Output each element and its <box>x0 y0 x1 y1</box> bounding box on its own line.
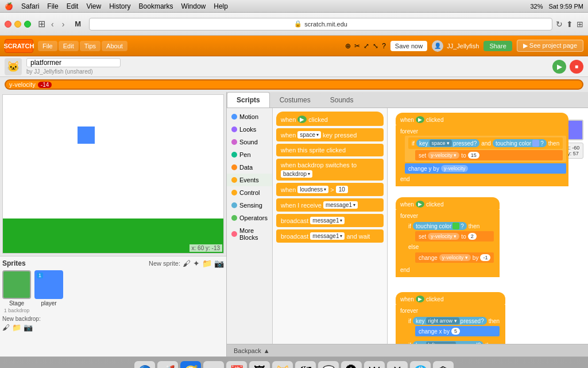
broadcast-wait-dropdown[interactable]: message1 <box>310 232 345 240</box>
minimize-window-button[interactable] <box>14 21 21 28</box>
dock-appstore[interactable]: 🅐 <box>341 361 362 369</box>
shrink-tool-icon[interactable]: ⤡ <box>373 42 378 50</box>
menu-tips-scratch[interactable]: Tips <box>80 41 100 51</box>
help-tool-icon[interactable]: ? <box>382 42 386 50</box>
category-pen[interactable]: Pen <box>227 148 272 161</box>
loudness-dropdown[interactable]: loudness <box>297 186 328 193</box>
new-sprite-wand-button[interactable]: ✦ <box>193 259 200 268</box>
menu-about-scratch[interactable]: About <box>102 41 127 51</box>
duplicate-tool-icon[interactable]: ⊕ <box>345 42 351 50</box>
forever-block-1[interactable]: forever if key space ▾ pressed? and <box>396 125 568 186</box>
palette-when-key-pressed[interactable]: when space key pressed <box>276 128 384 141</box>
palette-broadcast[interactable]: broadcast message1 <box>276 214 384 227</box>
dock-maps[interactable]: 🗺 <box>295 361 316 369</box>
dock-safari[interactable]: 🧭 <box>180 361 201 369</box>
forever-block-2[interactable]: forever if touching color ? then <box>396 210 500 277</box>
tab-scripts[interactable]: Scripts <box>227 92 270 108</box>
menu-window[interactable]: Window <box>181 2 206 10</box>
menu-bookmarks[interactable]: Bookmarks <box>139 2 173 10</box>
palette-broadcast-wait[interactable]: broadcast message1 and wait <box>276 229 384 243</box>
change-x-5[interactable]: change x by 5 <box>415 326 500 336</box>
when-clicked-hat-3[interactable]: when ▶ clicked <box>396 292 505 305</box>
dock-trash[interactable]: 🗑 <box>433 361 454 369</box>
stage-sprite-item[interactable]: Stage 1 backdrop <box>2 270 31 313</box>
reload-button[interactable]: ↻ <box>556 20 563 29</box>
val-2[interactable]: 2 <box>468 233 477 240</box>
see-project-button[interactable]: ▶ See project page <box>517 40 583 52</box>
project-title-input[interactable] <box>26 58 121 67</box>
new-sprite-folder-button[interactable]: 📁 <box>202 259 212 268</box>
set-y-velocity-2[interactable]: set y-velocity ▾ to 2 <box>415 231 494 241</box>
dock-word[interactable]: W <box>364 361 385 369</box>
key-space-dropdown[interactable]: space ▾ <box>430 140 452 147</box>
scripting-canvas[interactable]: x: -60 y: 57 when ▶ clicked forever <box>388 108 588 344</box>
player-sprite-item[interactable]: 1 player <box>34 270 63 313</box>
maximize-window-button[interactable] <box>24 21 31 28</box>
save-now-button[interactable]: Save now <box>390 41 427 51</box>
dock-calendar[interactable]: 📅 <box>226 361 247 369</box>
backdrop-folder-button[interactable]: 📁 <box>12 323 21 332</box>
dock-mail[interactable]: ✉ <box>203 361 224 369</box>
dock-messages[interactable]: 💬 <box>318 361 339 369</box>
category-looks[interactable]: Looks <box>227 123 272 136</box>
delete-tool-icon[interactable]: ✂ <box>354 42 360 50</box>
new-sprite-paint-button[interactable]: 🖌 <box>183 259 191 268</box>
category-more-blocks[interactable]: More Blocks <box>227 224 272 244</box>
backdrop-dropdown[interactable]: backdrop <box>281 170 312 178</box>
palette-when-sprite-clicked[interactable]: when this sprite clicked <box>276 144 384 156</box>
val-neg1[interactable]: -1 <box>480 254 490 261</box>
tab-sounds[interactable]: Sounds <box>320 92 363 108</box>
backdrop-paint-button[interactable]: 🖌 <box>2 323 10 332</box>
share-button[interactable]: Share <box>483 41 512 51</box>
scratch-logo[interactable]: SCRATCH <box>5 39 33 53</box>
stage-area[interactable]: x: 60 y: -13 <box>2 94 224 254</box>
dock-scratch[interactable]: 🐱 <box>272 361 293 369</box>
dock-excel[interactable]: X <box>387 361 408 369</box>
color-swatch-green[interactable] <box>452 223 459 229</box>
menu-safari[interactable]: Safari <box>21 2 39 10</box>
tab-costumes[interactable]: Costumes <box>270 92 320 108</box>
broadcast-dropdown[interactable]: message1 <box>310 217 345 224</box>
menu-file[interactable]: File <box>47 2 58 10</box>
dock-launchpad[interactable]: 🚀 <box>157 361 178 369</box>
dock-finder[interactable]: 🔵 <box>134 361 155 369</box>
left-arrow-dropdown[interactable]: left arrow ▾ <box>426 342 457 344</box>
when-clicked-hat-2[interactable]: when ▶ clicked <box>396 197 500 210</box>
menu-history[interactable]: History <box>109 2 130 10</box>
loudness-value[interactable]: 10 <box>336 186 348 193</box>
new-sprite-camera-button[interactable]: 📷 <box>214 259 224 268</box>
backpack-toggle[interactable]: Backpack ▲ <box>234 347 270 354</box>
menu-help[interactable]: Help <box>214 2 228 10</box>
right-arrow-dropdown[interactable]: right arrow ▾ <box>426 317 459 324</box>
val-5[interactable]: 5 <box>451 328 460 335</box>
if-else-block[interactable]: if touching color ? then set y-velocity … <box>405 220 497 264</box>
back-button[interactable]: ‹ <box>49 18 56 30</box>
menu-file-scratch[interactable]: File <box>38 41 57 51</box>
close-window-button[interactable] <box>5 21 11 28</box>
variable-badge[interactable]: y-velocity -14 <box>5 79 583 90</box>
new-tab-button[interactable]: ⊞ <box>577 20 583 29</box>
backdrop-camera-button[interactable]: 📷 <box>24 323 33 332</box>
change-y-velocity-block[interactable]: change y-velocity ▾ by -1 <box>415 252 494 263</box>
dock-chrome[interactable]: 🌐 <box>410 361 431 369</box>
palette-when-backdrop[interactable]: when backdrop switches to backdrop <box>276 159 384 181</box>
if-block-1[interactable]: if key space ▾ pressed? and touching col… <box>408 137 563 149</box>
forward-button[interactable]: › <box>60 18 67 30</box>
if-right-block[interactable]: if key right arrow ▾ pressed? then chang… <box>405 315 503 338</box>
if-left-block[interactable]: if key left arrow ▾ pressed? then change… <box>405 339 503 344</box>
sidebar-toggle-button[interactable]: ⊞ <box>38 18 45 29</box>
palette-when-clicked[interactable]: when ▶ clicked <box>276 112 384 126</box>
message-dropdown[interactable]: message1 <box>323 201 358 209</box>
category-events[interactable]: Events <box>227 174 272 186</box>
address-bar[interactable]: 🔒 scratch.mit.edu <box>89 18 552 30</box>
category-motion[interactable]: Motion <box>227 110 272 123</box>
change-y-block[interactable]: change y by y-velocity <box>405 163 566 174</box>
set-value-15[interactable]: 15 <box>468 152 479 159</box>
palette-when-receive[interactable]: when I receive message1 <box>276 198 384 212</box>
menu-view[interactable]: View <box>86 2 101 10</box>
menu-edit-scratch[interactable]: Edit <box>59 41 79 51</box>
menu-edit[interactable]: Edit <box>67 2 79 10</box>
set-y-velocity-block[interactable]: set y-velocity ▾ to 15 <box>415 150 563 160</box>
category-operators[interactable]: Operators <box>227 212 272 224</box>
key-dropdown[interactable]: space <box>297 131 321 139</box>
